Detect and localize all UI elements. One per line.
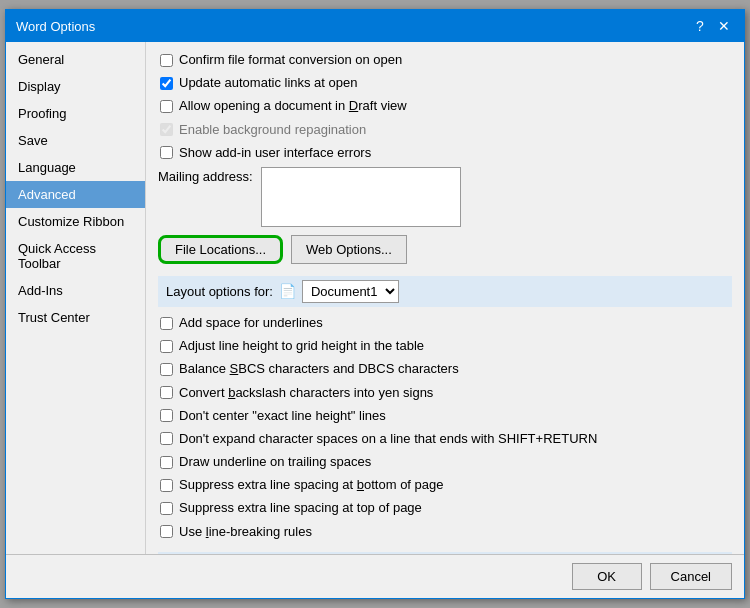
option-update-links: Update automatic links at open: [158, 73, 732, 93]
layout-opt-draw-underline: Draw underline on trailing spaces: [158, 452, 732, 472]
help-button[interactable]: ?: [690, 16, 710, 36]
enable-repag-label: Enable background repagination: [179, 121, 366, 139]
layout-options-section: Layout options for: 📄 Document1 Add spac…: [158, 276, 732, 542]
suppress-bottom-checkbox[interactable]: [160, 479, 173, 492]
sidebar: GeneralDisplayProofingSaveLanguageAdvanc…: [6, 42, 146, 554]
allow-draft-checkbox[interactable]: [160, 100, 173, 113]
web-options-button[interactable]: Web Options...: [291, 235, 407, 264]
confirm-format-checkbox[interactable]: [160, 54, 173, 67]
update-links-checkbox[interactable]: [160, 77, 173, 90]
sidebar-item-display[interactable]: Display: [6, 73, 145, 100]
add-space-label: Add space for underlines: [179, 314, 323, 332]
action-buttons-row: File Locations... Web Options...: [158, 235, 732, 264]
option-confirm-format: Confirm file format conversion on open: [158, 50, 732, 70]
dont-expand-label: Don't expand character spaces on a line …: [179, 430, 597, 448]
show-addin-checkbox[interactable]: [160, 146, 173, 159]
option-enable-repag: Enable background repagination: [158, 120, 732, 140]
balance-sbcs-label: Balance SBCS characters and DBCS charact…: [179, 360, 459, 378]
sidebar-item-save[interactable]: Save: [6, 127, 145, 154]
suppress-bottom-label: Suppress extra line spacing at bottom of…: [179, 476, 444, 494]
sidebar-item-trust-center[interactable]: Trust Center: [6, 304, 145, 331]
mailing-address-row: Mailing address:: [158, 167, 732, 227]
sidebar-item-quick-access[interactable]: Quick Access Toolbar: [6, 235, 145, 277]
draw-underline-label: Draw underline on trailing spaces: [179, 453, 371, 471]
dialog-footer: OK Cancel: [6, 554, 744, 598]
layout-opt-dont-center: Don't center "exact line height" lines: [158, 406, 732, 426]
update-links-label: Update automatic links at open: [179, 74, 358, 92]
layout-opt-add-space: Add space for underlines: [158, 313, 732, 333]
content-scroll[interactable]: Confirm file format conversion on open U…: [146, 42, 744, 554]
dont-center-checkbox[interactable]: [160, 409, 173, 422]
dialog-title: Word Options: [16, 19, 95, 34]
convert-backslash-checkbox[interactable]: [160, 386, 173, 399]
sidebar-item-proofing[interactable]: Proofing: [6, 100, 145, 127]
layout-opt-use-line-break: Use line-breaking rules: [158, 522, 732, 542]
convert-backslash-label: Convert backslash characters into yen si…: [179, 384, 433, 402]
layout-section-header: Layout options for: 📄 Document1: [158, 276, 732, 307]
sidebar-item-advanced[interactable]: Advanced: [6, 181, 145, 208]
balance-sbcs-checkbox[interactable]: [160, 363, 173, 376]
content-area: Confirm file format conversion on open U…: [146, 42, 744, 554]
ok-button[interactable]: OK: [572, 563, 642, 590]
title-bar: Word Options ? ✕: [6, 10, 744, 42]
dont-expand-checkbox[interactable]: [160, 432, 173, 445]
layout-opt-dont-expand: Don't expand character spaces on a line …: [158, 429, 732, 449]
sidebar-item-customize-ribbon[interactable]: Customize Ribbon: [6, 208, 145, 235]
word-options-dialog: Word Options ? ✕ GeneralDisplayProofingS…: [5, 9, 745, 599]
add-space-checkbox[interactable]: [160, 317, 173, 330]
show-addin-label: Show add-in user interface errors: [179, 144, 371, 162]
sidebar-item-general[interactable]: General: [6, 46, 145, 73]
layout-opt-suppress-bottom: Suppress extra line spacing at bottom of…: [158, 475, 732, 495]
cancel-button[interactable]: Cancel: [650, 563, 732, 590]
layout-header-label: Layout options for:: [166, 284, 273, 299]
dont-center-label: Don't center "exact line height" lines: [179, 407, 386, 425]
close-button[interactable]: ✕: [714, 16, 734, 36]
top-options: Confirm file format conversion on open U…: [158, 50, 732, 163]
mailing-textarea[interactable]: [261, 167, 461, 227]
layout-doc-icon: 📄: [279, 283, 296, 299]
file-locations-button[interactable]: File Locations...: [158, 235, 283, 264]
suppress-top-checkbox[interactable]: [160, 502, 173, 515]
layout-opt-adjust-line: Adjust line height to grid height in the…: [158, 336, 732, 356]
dialog-body: GeneralDisplayProofingSaveLanguageAdvanc…: [6, 42, 744, 554]
confirm-format-label: Confirm file format conversion on open: [179, 51, 402, 69]
sidebar-item-add-ins[interactable]: Add-Ins: [6, 277, 145, 304]
use-line-break-label: Use line-breaking rules: [179, 523, 312, 541]
allow-draft-label: Allow opening a document in Draft view: [179, 97, 407, 115]
title-bar-buttons: ? ✕: [690, 16, 734, 36]
mailing-label: Mailing address:: [158, 167, 253, 184]
suppress-top-label: Suppress extra line spacing at top of pa…: [179, 499, 422, 517]
sidebar-item-language[interactable]: Language: [6, 154, 145, 181]
draw-underline-checkbox[interactable]: [160, 456, 173, 469]
layout-doc-select[interactable]: Document1: [302, 280, 399, 303]
option-show-addin: Show add-in user interface errors: [158, 143, 732, 163]
use-line-break-checkbox[interactable]: [160, 525, 173, 538]
layout-opt-suppress-top: Suppress extra line spacing at top of pa…: [158, 498, 732, 518]
layout-opt-balance-sbcs: Balance SBCS characters and DBCS charact…: [158, 359, 732, 379]
option-allow-draft: Allow opening a document in Draft view: [158, 96, 732, 116]
enable-repag-checkbox: [160, 123, 173, 136]
layout-opt-convert-backslash: Convert backslash characters into yen si…: [158, 383, 732, 403]
adjust-line-label: Adjust line height to grid height in the…: [179, 337, 424, 355]
adjust-line-checkbox[interactable]: [160, 340, 173, 353]
